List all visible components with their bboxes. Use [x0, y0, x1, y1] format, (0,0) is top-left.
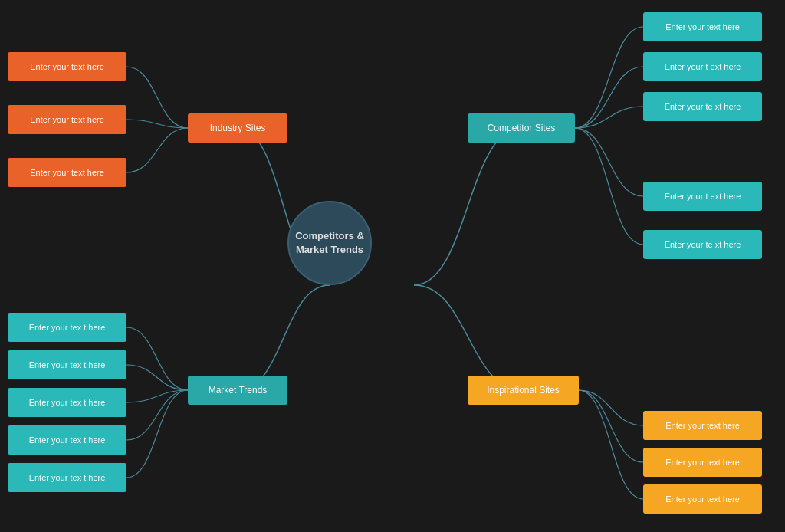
leaf-inspirational-sites-0[interactable]: Enter your text here: [643, 411, 762, 440]
category-market-trends[interactable]: Market Trends: [188, 376, 287, 405]
leaf-inspirational-sites-1[interactable]: Enter your text here: [643, 448, 762, 477]
leaf-competitor-sites-4[interactable]: Enter your te xt here: [643, 230, 762, 259]
leaf-competitor-sites-1[interactable]: Enter your t ext here: [643, 52, 762, 81]
leaf-industry-sites-2[interactable]: Enter your text here: [8, 158, 126, 187]
category-competitor-sites[interactable]: Competitor Sites: [468, 113, 575, 143]
leaf-inspirational-sites-2[interactable]: Enter your text here: [643, 484, 762, 514]
leaf-market-trends-4[interactable]: Enter your tex t here: [8, 463, 126, 492]
leaf-market-trends-1[interactable]: Enter your tex t here: [8, 350, 126, 379]
category-inspirational-sites[interactable]: Inspirational Sites: [468, 376, 579, 405]
leaf-industry-sites-1[interactable]: Enter your text here: [8, 105, 126, 134]
center-node: Competitors &Market Trends: [287, 201, 372, 285]
category-industry-sites[interactable]: Industry Sites: [188, 113, 287, 143]
leaf-competitor-sites-3[interactable]: Enter your t ext here: [643, 182, 762, 211]
leaf-market-trends-3[interactable]: Enter your tex t here: [8, 425, 126, 455]
leaf-competitor-sites-2[interactable]: Enter your te xt here: [643, 92, 762, 121]
leaf-industry-sites-0[interactable]: Enter your text here: [8, 52, 126, 81]
leaf-market-trends-0[interactable]: Enter your tex t here: [8, 313, 126, 342]
leaf-competitor-sites-0[interactable]: Enter your text here: [643, 12, 762, 41]
leaf-market-trends-2[interactable]: Enter your tex t here: [8, 388, 126, 417]
